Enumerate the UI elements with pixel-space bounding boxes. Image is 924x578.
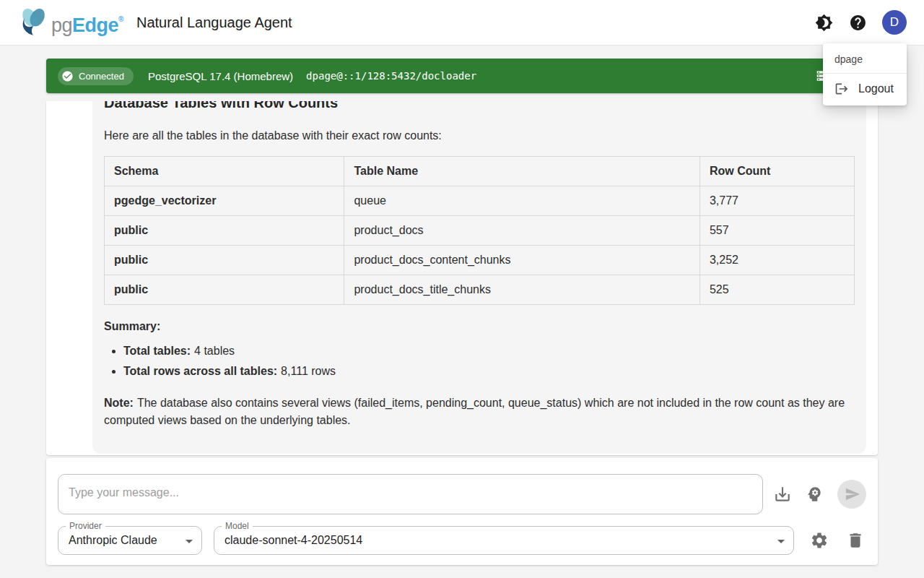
message-intro: Here are all the tables in the database …: [104, 127, 855, 144]
user-menu-username: dpage: [823, 48, 907, 73]
pgedge-logo-icon: [17, 6, 51, 36]
clear-chat-trash-icon[interactable]: [846, 531, 865, 550]
table-cell-schema: public: [105, 275, 344, 305]
send-icon: [845, 486, 860, 502]
table-header-row: Schema Table Name Row Count: [105, 157, 855, 186]
row-counts-table: Schema Table Name Row Count pgedge_vecto…: [104, 156, 855, 305]
page-title: Natural Language Agent: [136, 14, 292, 31]
pgedge-logo: pgEdge®: [17, 4, 123, 40]
table-cell-table_name: queue: [344, 186, 699, 216]
server-version-label: PostgreSQL 17.4 (Homebrew): [148, 70, 293, 82]
logout-icon: [834, 82, 849, 96]
avatar[interactable]: D: [882, 10, 907, 35]
chevron-down-icon: [772, 532, 790, 550]
config-row: Provider Anthropic Claude Model claude-s…: [58, 526, 866, 555]
provider-value: Anthropic Claude: [69, 534, 157, 547]
table-cell-row_count: 3,777: [699, 186, 854, 216]
connected-badge: Connected: [58, 67, 134, 85]
table-cell-table_name: product_docs: [344, 216, 699, 246]
help-icon[interactable]: [848, 13, 867, 32]
theme-toggle-icon[interactable]: [814, 13, 833, 32]
check-circle-icon: [61, 70, 74, 82]
connection-string: dpage@::1/128:5432/docloader: [306, 70, 476, 82]
summary-list: Total tables:4 tables Total rows across …: [104, 341, 855, 381]
table-body: pgedge_vectorizerqueue3,777publicproduct…: [105, 186, 855, 305]
provider-select[interactable]: Provider Anthropic Claude: [58, 526, 202, 555]
summary-heading: Summary:: [104, 318, 855, 335]
assistant-message-card: Database Tables with Row Counts Here are…: [92, 101, 866, 454]
table-cell-schema: public: [105, 246, 344, 275]
model-select[interactable]: Model claude-sonnet-4-20250514: [214, 526, 794, 555]
summary-item-total-tables: Total tables:4 tables: [123, 341, 855, 361]
column-header-table-name: Table Name: [344, 157, 699, 186]
column-header-schema: Schema: [105, 157, 344, 186]
table-cell-row_count: 557: [699, 216, 854, 246]
table-cell-schema: public: [105, 216, 344, 246]
logout-menu-item[interactable]: Logout: [823, 74, 907, 105]
table-row: pgedge_vectorizerqueue3,777: [105, 186, 855, 216]
chat-history-panel[interactable]: Database Tables with Row Counts Here are…: [46, 101, 878, 455]
column-header-row-count: Row Count: [699, 157, 854, 186]
compose-row: [58, 474, 866, 514]
provider-label: Provider: [66, 521, 105, 532]
summary-item-total-rows: Total rows across all tables:8,111 rows: [123, 361, 855, 381]
header-actions: D: [814, 10, 907, 35]
connection-bar: Connected PostgreSQL 17.4 (Homebrew) dpa…: [46, 59, 878, 93]
psychology-icon[interactable]: [805, 485, 824, 504]
message-note: Note:The database also contains several …: [104, 394, 855, 429]
table-cell-schema: pgedge_vectorizer: [105, 186, 344, 216]
composer-panel: Provider Anthropic Claude Model claude-s…: [46, 458, 878, 565]
table-row: publicproduct_docs_content_chunks3,252: [105, 246, 855, 275]
logout-label: Logout: [858, 82, 894, 95]
download-icon[interactable]: [773, 485, 792, 504]
chevron-down-icon: [180, 532, 198, 550]
pgedge-logo-text: pgEdge®: [51, 4, 123, 40]
connected-badge-label: Connected: [79, 71, 124, 82]
user-menu: dpage Logout: [823, 43, 907, 105]
send-button[interactable]: [837, 480, 866, 509]
table-row: publicproduct_docs_title_chunks525: [105, 275, 855, 305]
table-cell-row_count: 3,252: [699, 246, 854, 275]
message-input[interactable]: [58, 474, 763, 514]
settings-gear-icon[interactable]: [810, 531, 829, 550]
table-row: publicproduct_docs557: [105, 216, 855, 246]
model-label: Model: [222, 521, 253, 532]
table-cell-table_name: product_docs_title_chunks: [344, 275, 699, 305]
model-value: claude-sonnet-4-20250514: [225, 534, 362, 547]
app-header: pgEdge® Natural Language Agent D: [0, 0, 924, 46]
message-heading: Database Tables with Row Counts: [104, 101, 855, 113]
table-cell-row_count: 525: [699, 275, 854, 305]
table-cell-table_name: product_docs_content_chunks: [344, 246, 699, 275]
